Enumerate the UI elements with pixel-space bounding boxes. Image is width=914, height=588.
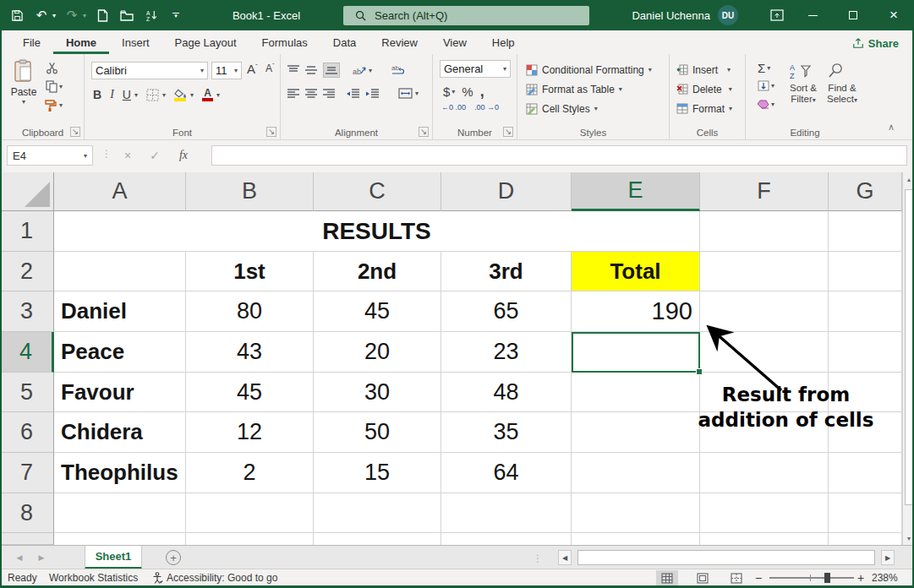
row-header-5[interactable]: 5 — [0, 373, 54, 412]
sort-az-icon[interactable]: AZ — [143, 6, 160, 24]
cell-a3[interactable]: Daniel — [54, 291, 186, 332]
column-header-c[interactable]: C — [314, 172, 441, 211]
cut-button[interactable] — [46, 62, 58, 78]
tab-file[interactable]: File — [10, 30, 53, 54]
tab-page-layout[interactable]: Page Layout — [162, 30, 249, 54]
minimize-button[interactable] — [798, 0, 827, 30]
borders-button[interactable] — [146, 89, 159, 101]
cell-a2[interactable] — [54, 252, 186, 291]
tab-data[interactable]: Data — [320, 30, 369, 54]
wrap-text-button[interactable]: ab — [391, 64, 405, 76]
fill-button[interactable] — [758, 80, 769, 91]
cell-e5[interactable] — [572, 373, 700, 412]
column-header-a[interactable]: A — [54, 172, 186, 211]
column-header-e[interactable]: E — [572, 172, 700, 211]
cell-d2[interactable]: 3rd — [441, 252, 572, 291]
cell-d9[interactable] — [441, 533, 572, 545]
clear-dropdown-icon[interactable]: ▾ — [771, 101, 774, 108]
number-format-select[interactable]: General▾ — [440, 60, 511, 78]
cell-f9[interactable] — [700, 533, 829, 545]
accounting-dropdown-icon[interactable]: ▾ — [452, 88, 455, 95]
column-header-d[interactable]: D — [441, 172, 572, 211]
merge-center-button[interactable] — [398, 88, 413, 99]
conditional-formatting-button[interactable]: Conditional Formatting▾ — [526, 62, 652, 78]
sort-filter-button[interactable]: AZ Sort &Filter▾ — [790, 63, 817, 106]
search-box[interactable]: Search (Alt+Q) — [343, 6, 589, 25]
decrease-decimal-button[interactable]: .00 →0 — [474, 103, 499, 112]
cell-f8[interactable] — [700, 493, 829, 533]
formula-input[interactable] — [211, 145, 907, 166]
italic-button[interactable]: I — [110, 88, 114, 101]
insert-function-button[interactable]: fx — [172, 145, 194, 166]
cell-f7[interactable] — [700, 453, 829, 493]
name-box[interactable]: E4 ▾ — [7, 145, 93, 166]
number-dialog-launcher[interactable]: ↘ — [503, 127, 513, 137]
cell-b6[interactable]: 12 — [186, 412, 314, 453]
cell-g7[interactable] — [829, 453, 902, 493]
row-header-3[interactable]: 3 — [0, 291, 54, 332]
column-header-g[interactable]: G — [829, 172, 902, 211]
autosum-dropdown-icon[interactable]: ▾ — [767, 64, 770, 72]
cell-f1[interactable] — [700, 211, 829, 252]
zoom-out-button[interactable]: − — [755, 569, 762, 586]
cell-g8[interactable] — [829, 493, 902, 533]
insert-cells-button[interactable]: Insert▾ — [676, 62, 731, 78]
underline-button[interactable]: U — [123, 88, 131, 101]
comma-style-button[interactable]: , — [480, 83, 484, 101]
column-header-f[interactable]: F — [700, 172, 829, 211]
avatar[interactable]: DU — [718, 5, 738, 25]
tab-insert[interactable]: Insert — [109, 30, 162, 54]
undo-dropdown-icon[interactable]: ▾ — [52, 12, 56, 19]
customize-qat-icon[interactable]: ▾ — [167, 6, 184, 24]
row-header-9-partial[interactable] — [0, 533, 54, 545]
cell-b3[interactable]: 80 — [186, 291, 314, 332]
cell-b4[interactable]: 43 — [186, 332, 314, 373]
share-button[interactable]: Share — [852, 34, 899, 52]
cell-e7[interactable] — [572, 453, 700, 493]
normal-view-button[interactable] — [656, 570, 678, 585]
merge-center-dropdown-icon[interactable]: ▾ — [415, 90, 419, 97]
formula-bar-splitter[interactable]: ⋮ — [101, 148, 112, 160]
clipboard-dialog-launcher[interactable]: ↘ — [70, 127, 80, 137]
cell-c6[interactable]: 50 — [314, 412, 441, 453]
cell-d6[interactable]: 35 — [441, 412, 572, 453]
font-name-select[interactable]: Calibri▾ — [91, 62, 208, 79]
cell-g9[interactable] — [829, 533, 902, 545]
cell-b7[interactable]: 2 — [186, 453, 314, 493]
prev-sheet-icon[interactable]: ◀ — [10, 546, 29, 569]
cell-a7[interactable]: Theophilus — [54, 453, 186, 493]
row-header-7[interactable]: 7 — [0, 453, 54, 493]
format-cells-button[interactable]: Format▾ — [676, 101, 732, 117]
bottom-align-button[interactable] — [323, 63, 340, 78]
cell-e9[interactable] — [572, 533, 700, 545]
zoom-slider-thumb[interactable] — [824, 573, 830, 583]
tab-view[interactable]: View — [430, 30, 479, 54]
cell-g3[interactable] — [829, 291, 902, 332]
orientation-button[interactable]: ab — [353, 64, 366, 76]
tab-review[interactable]: Review — [369, 30, 430, 54]
cell-b8[interactable] — [186, 493, 314, 533]
maximize-button[interactable] — [839, 0, 867, 30]
cell-c7[interactable]: 15 — [314, 453, 441, 493]
column-header-b[interactable]: B — [186, 172, 314, 211]
row-header-6[interactable]: 6 — [0, 412, 54, 453]
cell-c5[interactable]: 30 — [314, 373, 441, 412]
active-cell-selection-border[interactable] — [572, 332, 700, 373]
tab-help[interactable]: Help — [479, 30, 528, 54]
ribbon-display-options-icon[interactable] — [763, 0, 791, 30]
clear-button[interactable] — [756, 99, 769, 110]
autosum-button[interactable]: Σ — [758, 61, 765, 75]
cell-d8[interactable] — [441, 493, 572, 533]
name-box-dropdown-icon[interactable]: ▾ — [84, 152, 87, 160]
cell-g2[interactable] — [829, 252, 902, 291]
orientation-dropdown-icon[interactable]: ▾ — [369, 67, 372, 74]
cell-f2[interactable] — [700, 252, 829, 291]
increase-indent-button[interactable] — [365, 89, 379, 99]
new-file-icon[interactable] — [94, 6, 111, 24]
sheet-tab-sheet1[interactable]: Sheet1 — [85, 546, 142, 569]
tab-home[interactable]: Home — [53, 30, 109, 54]
grow-font-button[interactable]: Aˆ — [247, 62, 258, 76]
cell-e6[interactable] — [572, 412, 700, 453]
shrink-font-button[interactable]: Aˇ — [265, 62, 275, 74]
format-as-table-button[interactable]: Format as Table▾ — [526, 81, 622, 97]
